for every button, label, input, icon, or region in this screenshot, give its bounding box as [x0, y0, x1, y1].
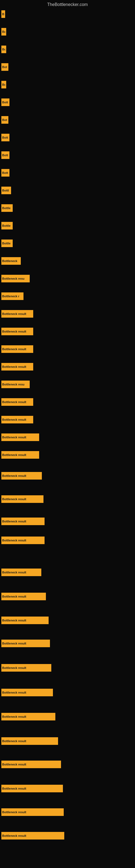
bar-label-9: Bott — [2, 171, 8, 175]
bar-label-22: Bottleneck result — [2, 400, 26, 404]
bar-row-41: Bottleneck result — [1, 832, 64, 839]
bar-19: Bottleneck result — [1, 345, 33, 353]
bar-row-10: Bottl — [1, 187, 11, 194]
bar-row-14: Bottleneck — [1, 257, 21, 265]
bar-13: Bottle — [1, 240, 13, 247]
bar-29: Bottleneck result — [1, 536, 45, 544]
bar-label-17: Bottleneck result — [2, 312, 26, 315]
site-title: TheBottlenecker.com — [0, 0, 135, 10]
bar-row-35: Bottleneck result — [1, 689, 53, 696]
bar-row-32: Bottleneck result — [1, 617, 49, 624]
bar-28: Bottleneck result — [1, 518, 45, 525]
bar-26: Bottleneck result — [1, 472, 42, 479]
bar-label-41: Bottleneck result — [2, 834, 26, 837]
bar-label-30: Bottleneck result — [2, 571, 26, 574]
bar-label-37: Bottleneck result — [2, 739, 26, 743]
bar-label-6: Bot — [2, 118, 7, 122]
bar-row-4: Bo — [1, 81, 6, 88]
bar-row-19: Bottleneck result — [1, 345, 33, 353]
bar-label-16: Bottleneck r — [2, 294, 19, 298]
bar-row-3: Bot — [1, 63, 8, 71]
bar-38: Bottleneck result — [1, 761, 61, 768]
bar-label-5: Bott — [2, 101, 8, 104]
bar-label-27: Bottleneck result — [2, 497, 26, 501]
bar-label-26: Bottleneck result — [2, 474, 26, 477]
bar-label-24: Bottleneck result — [2, 436, 26, 439]
bar-20: Bottleneck result — [1, 363, 33, 371]
bar-row-24: Bottleneck result — [1, 433, 39, 441]
bar-row-26: Bottleneck result — [1, 472, 42, 479]
bar-15: Bottleneck resu — [1, 275, 30, 282]
bar-row-23: Bottleneck result — [1, 416, 33, 424]
bar-34: Bottleneck result — [1, 664, 51, 672]
bar-40: Bottleneck result — [1, 808, 64, 816]
bar-row-36: Bottleneck result — [1, 713, 55, 720]
bar-label-0: B — [2, 12, 4, 16]
bar-39: Bottleneck result — [1, 785, 63, 792]
bar-label-8: Bott — [2, 154, 8, 157]
bar-row-6: Bot — [1, 116, 8, 124]
bar-2: Bo — [1, 45, 6, 53]
bar-25: Bottleneck result — [1, 451, 39, 459]
bar-row-31: Bottleneck result — [1, 593, 46, 600]
bar-label-33: Bottleneck result — [2, 642, 26, 645]
bar-3: Bot — [1, 63, 8, 71]
bar-label-40: Bottleneck result — [2, 810, 26, 814]
bar-22: Bottleneck result — [1, 398, 33, 406]
bar-row-22: Bottleneck result — [1, 398, 33, 406]
bar-8: Bott — [1, 151, 9, 159]
bar-label-38: Bottleneck result — [2, 763, 26, 766]
bar-18: Bottleneck result — [1, 328, 33, 335]
bar-14: Bottleneck — [1, 257, 21, 265]
bar-label-25: Bottleneck result — [2, 453, 26, 457]
bar-label-14: Bottleneck — [2, 259, 17, 262]
bar-row-17: Bottleneck result — [1, 310, 33, 318]
bar-27: Bottleneck result — [1, 495, 43, 503]
bar-label-2: Bo — [2, 48, 5, 51]
bar-24: Bottleneck result — [1, 433, 39, 441]
bar-row-21: Bottleneck resu — [1, 380, 30, 388]
bar-row-25: Bottleneck result — [1, 451, 39, 459]
bar-21: Bottleneck resu — [1, 380, 30, 388]
bar-32: Bottleneck result — [1, 617, 49, 624]
bar-row-7: Bott — [1, 134, 9, 141]
bar-label-12: Bottle — [2, 224, 10, 227]
bar-row-0: B — [1, 10, 5, 18]
bar-row-15: Bottleneck resu — [1, 275, 30, 282]
bar-label-21: Bottleneck resu — [2, 383, 25, 386]
bar-row-28: Bottleneck result — [1, 518, 45, 525]
bar-5: Bott — [1, 98, 9, 106]
bar-4: Bo — [1, 81, 6, 88]
bar-row-37: Bottleneck result — [1, 737, 58, 745]
bar-label-34: Bottleneck result — [2, 666, 26, 670]
bar-31: Bottleneck result — [1, 593, 46, 600]
bar-37: Bottleneck result — [1, 737, 58, 745]
bar-label-36: Bottleneck result — [2, 715, 26, 718]
bar-label-7: Bott — [2, 136, 8, 139]
bar-label-3: Bot — [2, 65, 7, 69]
bar-row-2: Bo — [1, 45, 6, 53]
bar-row-27: Bottleneck result — [1, 495, 43, 503]
bar-label-29: Bottleneck result — [2, 539, 26, 542]
bar-33: Bottleneck result — [1, 640, 50, 647]
bar-label-1: Bo — [2, 30, 5, 33]
bar-label-35: Bottleneck result — [2, 691, 26, 694]
bar-0: B — [1, 10, 5, 18]
bar-11: Bottle — [1, 204, 13, 212]
bar-row-8: Bott — [1, 151, 9, 159]
bar-label-11: Bottle — [2, 207, 10, 210]
bar-label-32: Bottleneck result — [2, 619, 26, 622]
bar-label-19: Bottleneck result — [2, 347, 26, 351]
bar-35: Bottleneck result — [1, 689, 53, 696]
bar-label-39: Bottleneck result — [2, 787, 26, 790]
bar-row-33: Bottleneck result — [1, 640, 50, 647]
bar-row-29: Bottleneck result — [1, 536, 45, 544]
bar-row-40: Bottleneck result — [1, 808, 64, 816]
bar-23: Bottleneck result — [1, 416, 33, 424]
bar-row-38: Bottleneck result — [1, 761, 61, 768]
bar-41: Bottleneck result — [1, 832, 64, 839]
bar-label-31: Bottleneck result — [2, 595, 26, 598]
bar-row-1: Bo — [1, 28, 6, 35]
bar-row-20: Bottleneck result — [1, 363, 33, 371]
bar-9: Bott — [1, 169, 9, 177]
